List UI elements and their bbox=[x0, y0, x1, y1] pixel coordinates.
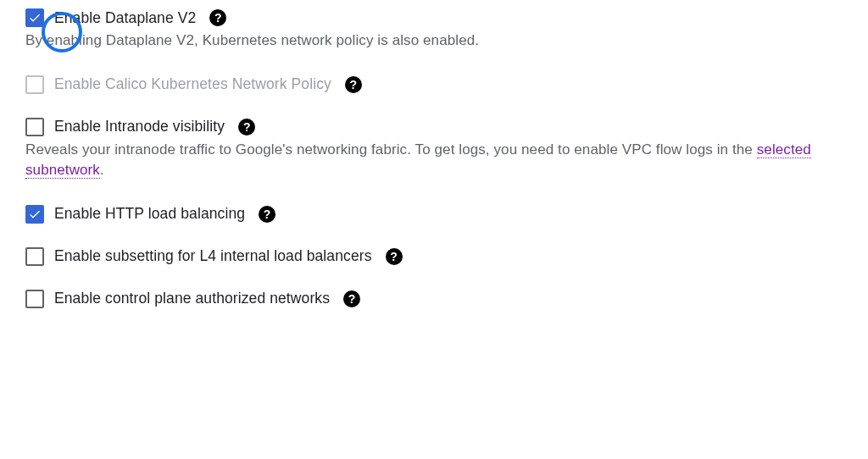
option-http-lb: Enable HTTP load balancing ? bbox=[25, 205, 851, 224]
label-intranode: Enable Intranode visibility bbox=[54, 118, 225, 135]
checkbox-intranode[interactable] bbox=[25, 118, 44, 136]
help-icon[interactable]: ? bbox=[386, 248, 403, 265]
label-dataplane-v2: Enable Dataplane V2 bbox=[54, 9, 196, 27]
description-intranode: Reveals your intranode traffic to Google… bbox=[25, 140, 839, 181]
checkbox-calico bbox=[25, 75, 44, 94]
label-control-plane: Enable control plane authorized networks bbox=[54, 290, 330, 307]
description-text: Reveals your intranode traffic to Google… bbox=[25, 141, 757, 158]
option-control-plane: Enable control plane authorized networks… bbox=[25, 290, 851, 308]
checkbox-dataplane-v2[interactable] bbox=[25, 8, 44, 27]
option-intranode: Enable Intranode visibility ? Reveals yo… bbox=[25, 118, 851, 181]
check-icon bbox=[28, 207, 42, 221]
option-subsetting: Enable subsetting for L4 internal load b… bbox=[25, 247, 851, 266]
description-text: . bbox=[100, 162, 104, 178]
option-calico: Enable Calico Kubernetes Network Policy … bbox=[25, 75, 851, 94]
help-icon[interactable]: ? bbox=[345, 76, 362, 93]
label-subsetting: Enable subsetting for L4 internal load b… bbox=[54, 247, 372, 265]
help-icon[interactable]: ? bbox=[343, 290, 360, 307]
checkbox-http-lb[interactable] bbox=[25, 205, 44, 224]
option-dataplane-v2: Enable Dataplane V2 ? By enabling Datapl… bbox=[25, 8, 851, 52]
help-icon[interactable]: ? bbox=[209, 9, 226, 26]
help-icon[interactable]: ? bbox=[238, 119, 255, 135]
help-icon[interactable]: ? bbox=[259, 206, 275, 223]
description-dataplane-v2: By enabling Dataplane V2, Kubernetes net… bbox=[25, 30, 839, 52]
label-calico: Enable Calico Kubernetes Network Policy bbox=[54, 75, 331, 93]
checkbox-subsetting[interactable] bbox=[25, 247, 44, 266]
label-http-lb: Enable HTTP load balancing bbox=[54, 205, 245, 223]
checkbox-control-plane[interactable] bbox=[25, 290, 44, 308]
check-icon bbox=[28, 11, 42, 25]
